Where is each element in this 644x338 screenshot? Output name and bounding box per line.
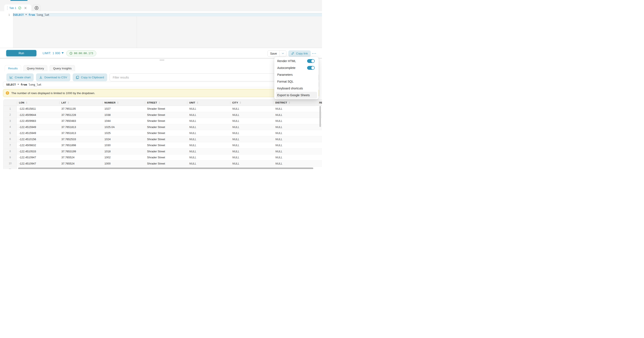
tab-query-insights[interactable]: Query Insights <box>50 65 75 71</box>
download-icon <box>39 76 42 79</box>
table-row[interactable]: 9-122.451094737.7655241002Shrader Street… <box>4 154 322 161</box>
column-label: UNIT <box>189 101 195 104</box>
table-row[interactable]: 2-122.450964437.76512281038Shrader Stree… <box>4 112 322 118</box>
run-button[interactable]: Run <box>6 50 36 56</box>
column-label: DISTRICT <box>275 101 287 104</box>
cell-lon: -122.4515949 <box>17 124 59 130</box>
column-header-district[interactable]: DISTRICT <box>273 100 318 106</box>
more-options-button[interactable]: ··· <box>310 50 318 57</box>
cell-number: 1030 <box>102 142 145 148</box>
cell-lon: -122.4510156 <box>17 136 59 142</box>
limit-value: 1 000 <box>52 51 60 55</box>
vertical-scrollbar-thumb[interactable] <box>320 106 321 127</box>
sort-icon[interactable] <box>117 102 118 104</box>
cell-street: Shrader Street <box>145 154 187 160</box>
panel-resize-handle[interactable] <box>160 60 164 60</box>
toggle-switch-on[interactable] <box>307 66 315 70</box>
cell-city: NULL <box>230 112 273 118</box>
cell-district: NULL <box>273 154 318 160</box>
row-number: 10 <box>4 161 17 167</box>
sort-icon[interactable] <box>197 102 198 104</box>
warning-text: The number of rows displayed is limited … <box>11 92 95 95</box>
cell-unit: NULL <box>187 148 230 154</box>
column-header-street[interactable]: STREET <box>145 100 187 106</box>
close-tab-icon[interactable] <box>24 7 27 9</box>
row-number: 8 <box>4 148 17 154</box>
executed-sql-display: SELECT * from long_lat <box>3 82 319 87</box>
results-action-row: Create chart Download to CSV Copy to Cli… <box>6 73 319 81</box>
cell-re <box>318 136 322 142</box>
plus-circle-icon <box>34 6 38 10</box>
new-tab-button[interactable] <box>32 5 40 11</box>
cell-street: Shrader Street <box>145 148 187 154</box>
copy-clipboard-button[interactable]: Copy to Clipboard <box>73 73 107 81</box>
row-number: 4 <box>4 124 17 130</box>
table-row[interactable]: 7-122.450983237.76518981030Shrader Stree… <box>4 142 322 148</box>
cell-re <box>318 161 322 167</box>
tab-drag-handle-icon[interactable] <box>7 6 8 10</box>
cell-lon: -122.4510533 <box>17 148 59 154</box>
cell-number: 1018 <box>102 148 145 154</box>
download-csv-button[interactable]: Download to CSV <box>36 73 70 81</box>
column-label: LON <box>19 101 24 104</box>
cell-district: NULL <box>273 106 318 112</box>
column-header-lat[interactable]: LAT <box>59 100 102 106</box>
save-button[interactable]: Save <box>268 51 280 57</box>
editor-empty-area[interactable] <box>0 17 322 48</box>
chevron-down-icon <box>62 52 64 54</box>
column-header-number[interactable]: NUMBER <box>102 100 145 106</box>
sort-icon[interactable] <box>68 102 69 104</box>
table-row[interactable]: 5-122.451594937.76518131025Shrader Stree… <box>4 130 322 136</box>
cell-re <box>318 130 322 136</box>
cell-lat: 37.7653199 <box>59 148 102 154</box>
menu-item-format-sql[interactable]: Format SQL <box>276 78 317 85</box>
row-number: 1 <box>4 106 17 112</box>
cell-city: NULL <box>230 136 273 142</box>
cell-unit: NULL <box>187 142 230 148</box>
sort-icon[interactable] <box>240 102 241 104</box>
copy-link-button[interactable]: Copy link <box>288 50 311 57</box>
table-row[interactable]: 8-122.451053337.76531991018Shrader Stree… <box>4 148 322 155</box>
editor-tab-tab1[interactable]: Tab 1 <box>4 5 31 12</box>
menu-item-autocomplete[interactable]: Autocomplete <box>276 64 317 71</box>
column-label: RE <box>319 101 322 104</box>
cell-district: NULL <box>273 161 318 167</box>
sort-icon[interactable] <box>26 102 27 104</box>
menu-item-render-html[interactable]: Render HTML <box>276 58 317 64</box>
table-row[interactable]: 3-122.450998337.76504831044Shrader Stree… <box>4 118 322 124</box>
limit-dropdown[interactable]: LIMIT: 1 000 <box>42 50 64 56</box>
panel-resize-handle[interactable] <box>160 60 164 61</box>
table-row[interactable]: 10-122.451094737.7655241000Shrader Stree… <box>4 161 322 167</box>
cell-lon: -122.4509832 <box>17 142 59 148</box>
sql-code-line[interactable]: SELECT * from long_lat <box>14 13 50 17</box>
sort-icon[interactable] <box>159 102 160 104</box>
create-chart-button[interactable]: Create chart <box>6 73 34 81</box>
column-header-re[interactable]: RE <box>318 100 322 106</box>
cell-city: NULL <box>230 154 273 160</box>
cell-unit: NULL <box>187 106 230 112</box>
menu-item-keyboard-shortcuts[interactable]: Keyboard shortcuts <box>276 85 317 92</box>
column-header-city[interactable]: CITY <box>230 100 273 106</box>
cell-street: Shrader Street <box>145 136 187 142</box>
save-options-button[interactable] <box>280 51 286 57</box>
menu-item-parameters[interactable]: Parameters <box>276 71 317 78</box>
toggle-switch-on[interactable] <box>307 59 315 63</box>
horizontal-scrollbar-thumb[interactable] <box>18 167 313 169</box>
tab-query-history[interactable]: Query history <box>24 65 47 71</box>
cell-unit: NULL <box>187 124 230 130</box>
sort-icon[interactable] <box>289 102 290 104</box>
editor-line-gutter: 1 <box>0 13 13 48</box>
query-success-icon <box>18 7 21 10</box>
cell-lon: -122.4510947 <box>17 161 59 167</box>
row-number: 6 <box>4 136 17 142</box>
row-number: 5 <box>4 130 17 136</box>
tab-results[interactable]: Results <box>5 65 21 71</box>
cell-lon: -122.4510947 <box>17 154 59 160</box>
column-header-unit[interactable]: UNIT <box>187 100 230 106</box>
cell-street: Shrader Street <box>145 142 187 148</box>
table-row[interactable]: 6-122.451015637.76525331024Shrader Stree… <box>4 136 322 142</box>
menu-item-export-to-google-sheets[interactable]: Export to Google Sheets <box>276 92 317 99</box>
table-row[interactable]: 1-122.451581137.76511351027Shrader Stree… <box>4 106 322 112</box>
table-row[interactable]: 4-122.451594937.76518131025.0AShrader St… <box>4 124 322 130</box>
column-header-lon[interactable]: LON <box>17 100 59 106</box>
